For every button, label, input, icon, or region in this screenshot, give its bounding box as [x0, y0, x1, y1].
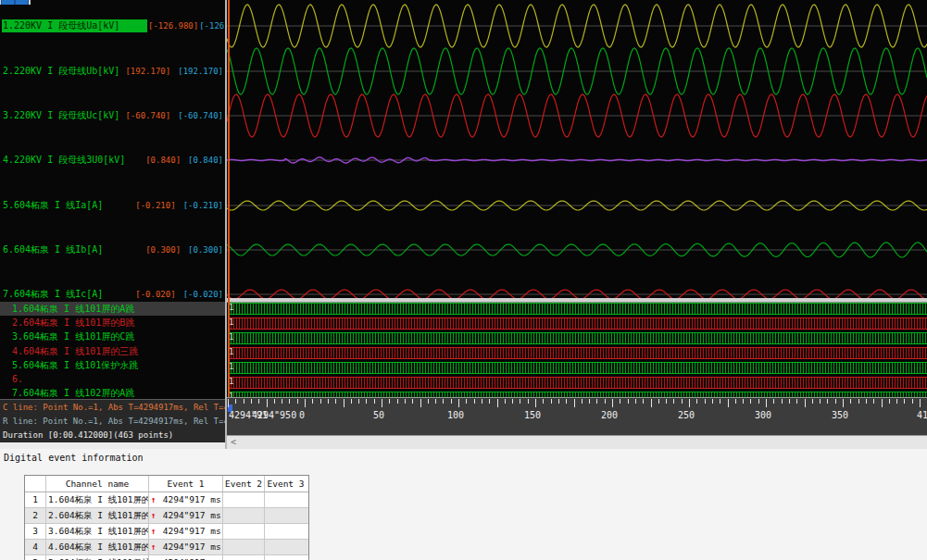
axis-tick	[543, 399, 544, 404]
analog-channel-row[interactable]: 3.220KV I 段母线Uc[kV][-60.740][-60.740]	[0, 109, 225, 122]
event-row-number: 1	[25, 492, 46, 507]
horizontal-scrollbar[interactable]: <	[227, 435, 927, 450]
axis-tick-label: 50	[373, 410, 384, 420]
axis-tick	[358, 399, 359, 404]
ref-cursor-value: [192.170]	[178, 65, 223, 78]
axis-tick	[435, 399, 436, 404]
axis-tick	[312, 399, 313, 404]
axis-tick	[366, 399, 367, 404]
axis-tick	[558, 399, 559, 404]
cursor-status-panel: C line: Point No.=1, Abs T=4294917ms, Re…	[0, 399, 225, 443]
event-channel-name: 1.604柘泉 I 线101屏的A跳	[46, 492, 149, 507]
c-cursor-line[interactable]	[228, 0, 230, 397]
digital-trace-bar: 1	[228, 362, 927, 374]
axis-tick	[574, 399, 575, 407]
ref-cursor-value: [-126.980]	[199, 19, 225, 32]
digital-channel-row[interactable]: 4.604柘泉 I 线101屏的三跳	[0, 344, 225, 358]
ref-cursor-value: [0.840]	[188, 154, 223, 167]
waveform-analyzer-window: 1.220KV I 段母线Ua[kV][-126.980][-126.980]2…	[0, 0, 927, 560]
digital-trace-bar: 1	[228, 332, 927, 344]
digital-trace-bar: 1	[228, 303, 927, 315]
analog-channel-values: [-126.980][-126.980]	[148, 19, 225, 32]
digital-event-section: Digital event information Channel nameEv…	[0, 449, 927, 560]
axis-tick	[566, 399, 567, 404]
digital-event-title: Digital event information	[4, 453, 144, 463]
cursor-value: [0.840]	[145, 154, 181, 167]
axis-tick	[712, 399, 713, 404]
event-3-cell	[265, 492, 307, 507]
digital-channel-row[interactable]: 6.	[0, 372, 225, 386]
axis-tick	[274, 399, 275, 404]
event-table-row[interactable]: 33.604柘泉 I 线101屏的C跳↑4294"917 ms	[25, 524, 308, 540]
axis-tick-label: 0	[299, 410, 305, 420]
axis-tick	[489, 399, 490, 404]
event-1-cell: ↑4294"917 ms	[149, 540, 223, 554]
axis-tick	[896, 399, 897, 404]
digital-trace-bar: 1	[228, 347, 927, 359]
axis-tick	[251, 399, 252, 404]
axis-tick-label: 4294"950	[252, 410, 296, 420]
axis-tick	[805, 399, 806, 407]
event-table-column-header: Event 2	[223, 476, 265, 492]
axis-tick	[673, 399, 674, 404]
axis-tick	[773, 399, 774, 404]
analog-channel-values: [-60.740][-60.740]	[109, 109, 223, 122]
axis-tick	[589, 399, 590, 404]
axis-tick	[551, 399, 552, 404]
axis-tick	[305, 399, 306, 407]
analog-channel-row[interactable]: 4.220KV I 段母线3U0[kV][0.840][0.840]	[0, 154, 225, 167]
axis-tick	[720, 399, 720, 404]
duration-status: Duration [0:00.412000](463 points)	[3, 430, 173, 440]
digital-channel-row[interactable]: 3.604柘泉 I 线101屏的C跳	[0, 330, 225, 343]
digital-channel-row[interactable]: 1.604柘泉 I 线101屏的A跳	[0, 302, 225, 316]
analog-channel-row[interactable]: 5.604柘泉 I 线Ia[A][-0.210][-0.210]	[0, 199, 225, 212]
event-table-row[interactable]: 44.604柘泉 I 线101屏的三跳↑4294"917 ms	[25, 540, 308, 555]
toolbar-button-2[interactable]	[15, 0, 29, 5]
axis-tick	[512, 399, 513, 404]
axis-tick	[758, 399, 759, 404]
axis-tick	[335, 399, 336, 404]
analog-channel-row[interactable]: 2.220KV I 段母线Ub[kV][192.170][192.170]	[0, 65, 225, 78]
axis-tick	[389, 399, 390, 404]
analog-waveforms	[227, 0, 927, 299]
axis-tick	[850, 399, 851, 404]
event-row-number: 4	[25, 540, 46, 554]
event-table-column-header	[25, 476, 46, 492]
axis-tick	[228, 399, 229, 407]
analog-channel-row[interactable]: 7.604柘泉 I 线Ic[A][-0.020][-0.020]	[0, 288, 225, 301]
event-channel-name: 4.604柘泉 I 线101屏的三跳	[46, 540, 149, 554]
toolbar-button-1[interactable]	[1, 0, 15, 5]
analog-channel-row[interactable]: 1.220KV I 段母线Ua[kV][-126.980][-126.980]	[0, 19, 225, 32]
axis-tick	[267, 399, 268, 407]
axis-tick	[297, 399, 298, 404]
waveform-pane[interactable]: 1111111	[227, 0, 927, 397]
event-2-cell	[223, 508, 265, 523]
analog-channel-values: [0.300][0.300]	[109, 243, 223, 256]
axis-tick	[289, 399, 290, 404]
channel-list-panel: 1.220KV I 段母线Ua[kV][-126.980][-126.980]2…	[0, 0, 225, 442]
event-table-row[interactable]: 11.604柘泉 I 线101屏的A跳↑4294"917 ms	[25, 492, 308, 508]
digital-channel-row[interactable]: 2.604柘泉 I 线101屏的B跳	[0, 316, 225, 330]
digital-channel-row[interactable]: 5.604柘泉 I 线101保护永跳	[0, 358, 225, 372]
axis-tick	[904, 399, 905, 404]
axis-tick	[451, 399, 452, 404]
axis-tick	[466, 399, 467, 404]
event-table-row[interactable]: 22.604柘泉 I 线101屏的B跳↑4294"917 ms	[25, 508, 308, 524]
scroll-left-icon[interactable]: <	[231, 437, 236, 447]
digital-channel-row[interactable]: 7.604柘泉 I 线102屏的A跳	[0, 386, 225, 400]
axis-tick	[605, 399, 606, 404]
axis-tick	[735, 399, 736, 404]
axis-tick	[689, 399, 690, 407]
axis-tick	[843, 399, 844, 407]
event-time: 4294"917 ms	[163, 494, 221, 504]
axis-tick	[835, 399, 836, 404]
axis-tick	[397, 399, 398, 404]
c-line-status: C line: Point No.=1, Abs T=4294917ms, Re…	[3, 403, 225, 412]
axis-tick	[882, 399, 883, 407]
event-table-row[interactable]: 55.604柘泉 I 线101保护永跳↑4294"917 ms	[25, 555, 308, 560]
axis-tick	[750, 399, 751, 404]
axis-tick	[820, 399, 821, 404]
analog-channel-row[interactable]: 6.604柘泉 I 线Ib[A][0.300][0.300]	[0, 243, 225, 256]
axis-tick	[796, 399, 797, 404]
axis-tick	[374, 399, 375, 404]
